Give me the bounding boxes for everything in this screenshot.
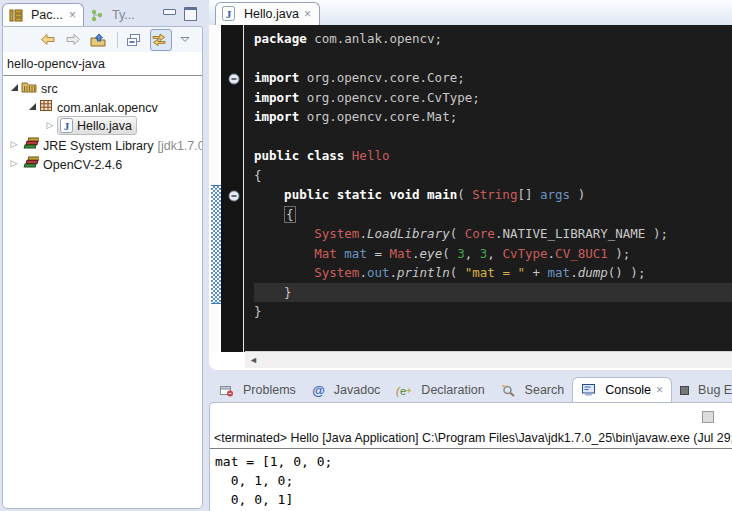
code-line[interactable]: package com.anlak.opencv;: [254, 29, 732, 49]
type-hierarchy-icon: [90, 9, 104, 22]
tree-collapsed-arrow-icon[interactable]: ▷: [7, 140, 21, 149]
tree-item-hello-java[interactable]: ▷JHello.java: [3, 116, 202, 135]
tab-console[interactable]: Console×: [572, 377, 672, 402]
project-header[interactable]: hello-opencv-java: [3, 52, 202, 76]
eclipse-workbench: { "left_panel": { "tabs": [ {"label": "P…: [0, 0, 732, 511]
java-file-icon: J: [60, 118, 73, 133]
code-line[interactable]: {: [254, 205, 732, 225]
code-line[interactable]: [254, 49, 732, 69]
code-line[interactable]: import org.opencv.core.Core;: [254, 68, 732, 88]
tree-expanded-arrow-icon[interactable]: [7, 84, 21, 91]
view-tab-pac[interactable]: Pac...×: [2, 3, 84, 26]
tree-item-label: src: [41, 82, 58, 96]
selected-tree-item: JHello.java: [57, 116, 137, 135]
editor-body: package com.anlak.opencv; import org.ope…: [211, 25, 732, 352]
package-explorer-icon: [9, 9, 23, 22]
package-explorer-toolbar: [3, 27, 202, 52]
link-with-editor-button[interactable]: [150, 29, 172, 51]
forward-button[interactable]: [65, 30, 85, 50]
editor-tab-label: Hello.java: [244, 7, 299, 21]
tab-label: Search: [525, 383, 565, 397]
svg-text:e: e: [400, 385, 406, 397]
svg-text:J: J: [64, 120, 70, 132]
view-tab-label: Pac...: [31, 8, 63, 22]
code-line[interactable]: {: [254, 166, 732, 186]
console-status-line: <terminated> Hello [Java Application] C:…: [210, 431, 732, 449]
code-line[interactable]: }: [254, 302, 732, 322]
project-tree: srccom.anlak.opencv▷JHello.java▷JRE Syst…: [3, 76, 202, 173]
tree-item-label: com.anlak.opencv: [57, 101, 158, 115]
fold-collapse-icon[interactable]: [228, 188, 240, 200]
package-explorer-view: Pac...×Ty... hello-opencv-java srccom.an…: [2, 0, 203, 509]
tree-item-label: OpenCV-2.4.6: [43, 158, 122, 172]
chevron-down-icon: [180, 36, 190, 43]
problems-icon: [219, 384, 234, 397]
code-line[interactable]: Mat mat = Mat.eye( 3, 3, CvType.CV_8UC1 …: [254, 244, 732, 264]
svg-text:@: @: [312, 384, 325, 397]
tab-label: Declaration: [421, 383, 484, 397]
view-menu-button[interactable]: [177, 30, 197, 50]
tab-bug-explorer[interactable]: Bug Explorer: [672, 378, 732, 402]
maximize-button[interactable]: [184, 7, 197, 21]
search-icon: [501, 384, 516, 397]
tab-javadoc[interactable]: @Javadoc: [304, 378, 389, 402]
code-line[interactable]: System.LoadLibrary( Core.NATIVE_LIBRARY_…: [254, 224, 732, 244]
package-folder-icon: [21, 80, 37, 93]
link-editor-icon: [151, 33, 167, 46]
console-content: <terminated> Hello [Java Application] C:…: [209, 402, 732, 511]
forward-arrow-icon: [65, 33, 81, 46]
view-window-buttons: [163, 7, 197, 21]
tree-collapsed-arrow-icon[interactable]: ▷: [43, 121, 57, 130]
tree-item-src[interactable]: src: [3, 78, 202, 97]
tab-problems[interactable]: Problems: [211, 378, 304, 402]
tab-label: Console: [605, 383, 651, 397]
close-icon[interactable]: ×: [656, 383, 663, 397]
fold-gutter: [221, 25, 244, 352]
tree-item-com-anlak-opencv[interactable]: com.anlak.opencv: [3, 97, 202, 116]
editor-tab-hello-java[interactable]: J Hello.java ×: [215, 2, 320, 25]
fold-collapse-icon[interactable]: [228, 71, 240, 83]
tab-search[interactable]: Search: [493, 378, 573, 402]
library-icon: [21, 137, 39, 150]
console-output-line: mat = [1, 0, 0;: [215, 452, 732, 471]
code-line[interactable]: }: [254, 283, 732, 303]
code-line[interactable]: public static void main( String[] args ): [254, 185, 732, 205]
console-toolbar: [210, 403, 732, 431]
code-line[interactable]: [254, 127, 732, 147]
collapse-all-icon: [126, 33, 141, 47]
code-line[interactable]: import org.opencv.core.CvType;: [254, 88, 732, 108]
code-line[interactable]: public class Hello: [254, 146, 732, 166]
go-up-icon: [90, 33, 106, 47]
tree-item-jre-system-library[interactable]: ▷JRE System Library[jdk1.7.0: [3, 135, 202, 154]
tree-item-opencv-2-4-6[interactable]: ▷OpenCV-2.4.6: [3, 154, 202, 173]
close-icon[interactable]: ×: [69, 10, 76, 20]
console-toolbar-icon[interactable]: [702, 411, 714, 423]
close-icon[interactable]: ×: [304, 7, 311, 21]
tab-declaration[interactable]: (eDeclaration: [388, 378, 492, 402]
view-tab-ty[interactable]: Ty...: [84, 4, 142, 26]
console-view: Problems@Javadoc(eDeclarationSearchConso…: [209, 374, 732, 511]
package-icon: [39, 99, 53, 112]
annotation-column: [211, 25, 221, 352]
console-output[interactable]: mat = [1, 0, 0; 0, 1, 0; 0, 0, 1]: [210, 449, 732, 509]
tree-item-label: Hello.java: [77, 119, 132, 133]
horizontal-scrollbar[interactable]: ◄: [245, 351, 732, 368]
code-line[interactable]: System.out.println( "mat = " + mat.dump(…: [254, 263, 732, 283]
tree-expanded-arrow-icon[interactable]: [25, 103, 39, 110]
editor-area: J Hello.java × package com.anlak.opencv;…: [209, 0, 732, 370]
console-output-line: 0, 1, 0;: [215, 471, 732, 490]
minimize-button[interactable]: [163, 9, 176, 15]
console-icon: [581, 383, 596, 397]
tree-item-label: JRE System Library: [43, 139, 153, 153]
svg-text:J: J: [226, 8, 232, 20]
tree-collapsed-arrow-icon[interactable]: ▷: [7, 159, 21, 168]
tab-label: Problems: [243, 383, 296, 397]
scroll-left-icon[interactable]: ◄: [245, 355, 258, 365]
back-button[interactable]: [40, 30, 60, 50]
package-explorer-panel: hello-opencv-java srccom.anlak.opencv▷JH…: [2, 26, 203, 509]
collapse-all-button[interactable]: [125, 30, 145, 50]
go-up-button[interactable]: [90, 30, 110, 50]
console-output-line: 0, 0, 1]: [215, 490, 732, 509]
code-editor[interactable]: package com.anlak.opencv; import org.ope…: [244, 25, 732, 352]
code-line[interactable]: import org.opencv.core.Mat;: [254, 107, 732, 127]
